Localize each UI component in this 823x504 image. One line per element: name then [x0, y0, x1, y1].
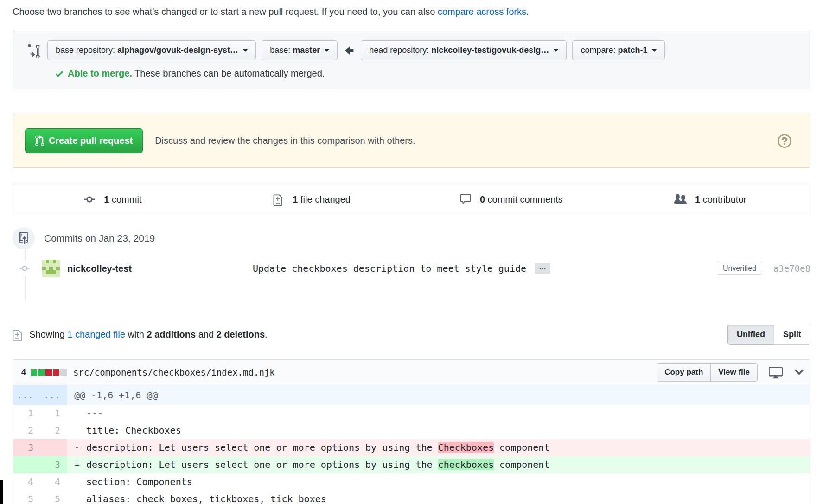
merge-status-title: Able to merge.	[68, 68, 132, 79]
diff-line-text: aliases: check boxes, tickboxes, tick bo…	[86, 493, 326, 504]
with-text: with	[125, 329, 147, 339]
new-line-number[interactable]: 3	[40, 456, 67, 473]
comments-label: commit comments	[485, 194, 563, 205]
diff-sign: -	[74, 439, 86, 456]
compare-across-forks-link[interactable]: compare across forks	[438, 6, 526, 17]
compare-branch-dropdown[interactable]: compare: patch-1	[572, 40, 665, 60]
people-icon	[674, 193, 691, 206]
base-branch-dropdown[interactable]: base: master	[262, 40, 338, 60]
hunk-new-gutter: ...	[40, 385, 67, 405]
old-line-number[interactable]	[13, 456, 40, 473]
new-line-number[interactable]: 4	[40, 473, 67, 491]
old-line-number[interactable]: 5	[13, 491, 40, 504]
commits-date-header: Commits on Jan 23, 2019	[13, 227, 810, 249]
commit-message[interactable]: Update checkboxes description to meet st…	[253, 263, 526, 274]
rich-diff-icon[interactable]	[769, 365, 783, 379]
commit-comments-stat[interactable]: 0 commit comments	[412, 184, 611, 215]
file-diff-icon	[13, 328, 24, 341]
hunk-header-row: ......@@ -1,6 +1,6 @@	[13, 385, 810, 405]
create-pull-request-label: Create pull request	[49, 135, 133, 146]
diff-line-text: component	[494, 459, 549, 470]
commit-sha[interactable]: a3e70e8	[773, 263, 810, 274]
diff-line-text: ---	[86, 408, 103, 419]
expand-commit-button[interactable]: …	[535, 263, 550, 274]
files-changed-stat[interactable]: 1 file changed	[212, 184, 412, 215]
diff-summary-text: Showing 1 changed file with 2 additions …	[29, 329, 268, 340]
git-compare-icon	[27, 43, 41, 58]
old-line-number[interactable]: 1	[13, 405, 40, 422]
head-repository-value: nickcolley-test/govuk-desig…	[431, 45, 549, 55]
new-line-number[interactable]: 5	[40, 491, 67, 504]
base-branch-value: master	[293, 45, 320, 55]
merge-status: Able to merge. These branches can be aut…	[55, 68, 802, 79]
diff-line-context: 44section: Components	[13, 473, 810, 491]
file-diff-icon	[273, 193, 288, 206]
chevron-down-icon[interactable]	[795, 365, 804, 379]
diff-line-addition: 3+description: Let users select one or m…	[13, 456, 810, 473]
compare-branch-label: compare:	[581, 45, 618, 55]
diff-sign: +	[74, 456, 86, 473]
chevron-down-icon	[652, 49, 657, 52]
head-repository-label: head repository:	[369, 45, 431, 55]
showing-prefix: Showing	[29, 329, 67, 339]
merge-status-detail: These branches can be automatically merg…	[132, 68, 325, 79]
additions-text: 2 additions	[147, 329, 196, 339]
diff-line-context: 22title: Checkboxes	[13, 422, 810, 439]
screen-edge-artifact	[0, 480, 3, 504]
base-repository-label: base repository:	[56, 45, 117, 55]
create-pull-request-button[interactable]: Create pull request	[25, 128, 143, 153]
banner-description: Discuss and review the changes in this c…	[155, 135, 415, 146]
chevron-down-icon	[325, 49, 329, 52]
commit-author[interactable]: nickcolley-test	[67, 263, 253, 274]
check-icon	[55, 69, 64, 79]
contributors-label: contributor	[700, 194, 746, 205]
deleted-word-highlight: Checkboxes	[438, 442, 494, 453]
copy-path-button[interactable]: Copy path	[657, 363, 711, 382]
changed-file-link[interactable]: 1 changed file	[67, 329, 125, 339]
file-diff-box: 4 src/components/checkboxes/index.md.njk…	[13, 359, 810, 504]
diff-line-text: section: Components	[86, 476, 192, 487]
new-line-number[interactable]	[40, 439, 67, 456]
intro-text: Choose two branches to see what’s change…	[13, 6, 810, 18]
and-text: and	[196, 329, 216, 339]
diff-line-text: description: Let users select one or mor…	[86, 442, 438, 453]
git-commit-icon	[83, 193, 100, 205]
old-line-number[interactable]: 2	[13, 422, 40, 439]
added-word-highlight: checkboxes	[438, 459, 494, 470]
commits-section: Commits on Jan 23, 2019 nickcolley-test …	[13, 227, 810, 300]
comparison-stats-bar: 1 commit 1 file changed 0 commit comment…	[13, 184, 810, 215]
commits-date-heading: Commits on Jan 23, 2019	[44, 233, 155, 244]
chevron-down-icon	[243, 49, 248, 52]
diff-line-context: 55aliases: check boxes, tickboxes, tick …	[13, 491, 810, 504]
base-repository-dropdown[interactable]: base repository: alphagov/govuk-design-s…	[47, 40, 256, 60]
compare-page: Choose two branches to see what’s change…	[0, 0, 823, 504]
avatar[interactable]	[42, 260, 60, 277]
diff-line-context: 11---	[13, 405, 810, 422]
files-count: 1	[293, 194, 298, 205]
arrow-left-icon	[344, 44, 354, 57]
commits-stat[interactable]: 1 commit	[13, 184, 212, 215]
diff-line-deletion: 3-description: Let users select one or m…	[13, 439, 810, 456]
diff-view-toggle: Unified Split	[727, 325, 810, 345]
head-repository-dropdown[interactable]: head repository: nickcolley-test/govuk-d…	[361, 40, 567, 60]
unified-view-button[interactable]: Unified	[727, 325, 774, 345]
changed-lines-count: 4	[21, 368, 26, 377]
base-branch-label: base:	[270, 45, 293, 55]
unverified-badge: Unverified	[717, 262, 762, 275]
hunk-old-gutter: ...	[13, 385, 40, 405]
hunk-header-text: @@ -1,6 +1,6 @@	[67, 385, 810, 405]
contributors-stat[interactable]: 1 contributor	[611, 184, 810, 215]
old-line-number[interactable]: 4	[13, 473, 40, 491]
files-label: file changed	[298, 194, 350, 205]
repo-push-icon	[13, 227, 35, 249]
view-file-button[interactable]: View file	[711, 363, 758, 382]
new-line-number[interactable]: 1	[40, 405, 67, 422]
new-line-number[interactable]: 2	[40, 422, 67, 439]
file-diff-header: 4 src/components/checkboxes/index.md.njk…	[13, 360, 810, 385]
split-view-button[interactable]: Split	[774, 325, 810, 345]
help-question-icon[interactable]	[778, 133, 791, 149]
old-line-number[interactable]: 3	[13, 439, 40, 456]
diff-line-text: title: Checkboxes	[86, 425, 181, 436]
period: .	[265, 329, 268, 339]
file-path[interactable]: src/components/checkboxes/index.md.njk	[73, 367, 275, 377]
